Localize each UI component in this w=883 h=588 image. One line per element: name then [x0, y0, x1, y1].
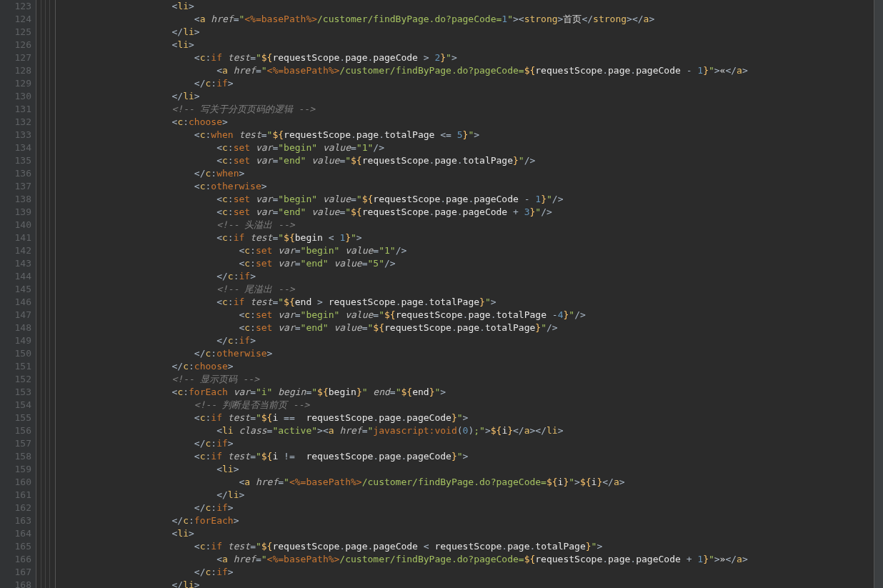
code-line[interactable]: <a href="<%=basePath%>/customer/findByPa…	[60, 64, 874, 77]
code-line[interactable]: </li>	[60, 489, 874, 502]
code-line[interactable]: <li>	[60, 39, 874, 51]
scrollbar-vertical[interactable]	[874, 0, 883, 588]
code-line[interactable]: <li>	[60, 527, 874, 540]
code-line[interactable]: <a href="<%=basePath%>/customer/findByPa…	[60, 553, 874, 566]
code-line[interactable]: <c:choose>	[60, 116, 874, 129]
code-line[interactable]: <c:set var="end" value="${requestScope.p…	[60, 322, 874, 334]
code-line[interactable]: </c:when>	[60, 167, 874, 180]
code-line[interactable]: </c:if>	[60, 437, 874, 450]
code-line[interactable]: </li>	[60, 90, 874, 103]
code-editor[interactable]: 1231241251261271281291301311321331341351…	[0, 0, 883, 588]
code-line[interactable]: <a href="<%=basePath%>/customer/findByPa…	[60, 476, 874, 489]
code-line[interactable]: <!-- 尾溢出 -->	[60, 283, 874, 296]
code-line[interactable]: <c:if test="${begin < 1}">	[60, 231, 874, 244]
code-line[interactable]: <c:when test="${requestScope.page.totalP…	[60, 129, 874, 141]
code-line[interactable]: <c:set var="end" value="${requestScope.p…	[60, 154, 874, 167]
fold-column[interactable]	[36, 0, 56, 588]
code-line[interactable]: <c:if test="${i != requestScope.page.pag…	[60, 450, 874, 463]
code-line[interactable]: </c:if>	[60, 77, 874, 90]
code-line[interactable]: </c:if>	[60, 270, 874, 283]
code-line[interactable]: </c:if>	[60, 566, 874, 579]
code-line[interactable]: <!-- 判断是否当前页 -->	[60, 399, 874, 412]
code-line[interactable]: </c:choose>	[60, 360, 874, 373]
code-line[interactable]: <c:forEach var="i" begin="${begin}" end=…	[60, 386, 874, 399]
code-area[interactable]: <li> <a href="<%=basePath%>/customer/fin…	[56, 0, 874, 588]
code-line[interactable]: <c:otherwise>	[60, 180, 874, 193]
code-line[interactable]: </c:if>	[60, 502, 874, 514]
code-line[interactable]: <c:set var="begin" value="${requestScope…	[60, 309, 874, 322]
code-line[interactable]: <c:set var="begin" value="${requestScope…	[60, 193, 874, 206]
code-line[interactable]: <c:set var="begin" value="1"/>	[60, 244, 874, 257]
code-line[interactable]: </li>	[60, 26, 874, 39]
code-line[interactable]: <!-- 显示页码 -->	[60, 373, 874, 386]
code-line[interactable]: <c:if test="${i == requestScope.page.pag…	[60, 412, 874, 424]
code-line[interactable]: <c:if test="${end > requestScope.page.to…	[60, 296, 874, 309]
code-line[interactable]: <c:set var="end" value="${requestScope.p…	[60, 206, 874, 219]
code-line[interactable]: <c:if test="${requestScope.page.pageCode…	[60, 51, 874, 64]
code-line[interactable]: <c:set var="end" value="5"/>	[60, 257, 874, 270]
code-line[interactable]: <c:if test="${requestScope.page.pageCode…	[60, 540, 874, 553]
code-line[interactable]: </c:forEach>	[60, 514, 874, 527]
code-line[interactable]: <!-- 写关于分页页码的逻辑 -->	[60, 103, 874, 116]
code-line[interactable]: <a href="<%=basePath%>/customer/findByPa…	[60, 13, 874, 26]
code-line[interactable]: <li>	[60, 0, 874, 13]
line-number-gutter: 1231241251261271281291301311321331341351…	[0, 0, 36, 588]
code-line[interactable]: </c:otherwise>	[60, 347, 874, 360]
code-line[interactable]: <c:set var="begin" value="1"/>	[60, 141, 874, 154]
code-line[interactable]: <li>	[60, 463, 874, 476]
code-line[interactable]: <li class="active"><a href="javascript:v…	[60, 424, 874, 437]
code-line[interactable]: </c:if>	[60, 334, 874, 347]
code-line[interactable]: <!-- 头溢出 -->	[60, 219, 874, 231]
code-line[interactable]: </li>	[60, 579, 874, 588]
